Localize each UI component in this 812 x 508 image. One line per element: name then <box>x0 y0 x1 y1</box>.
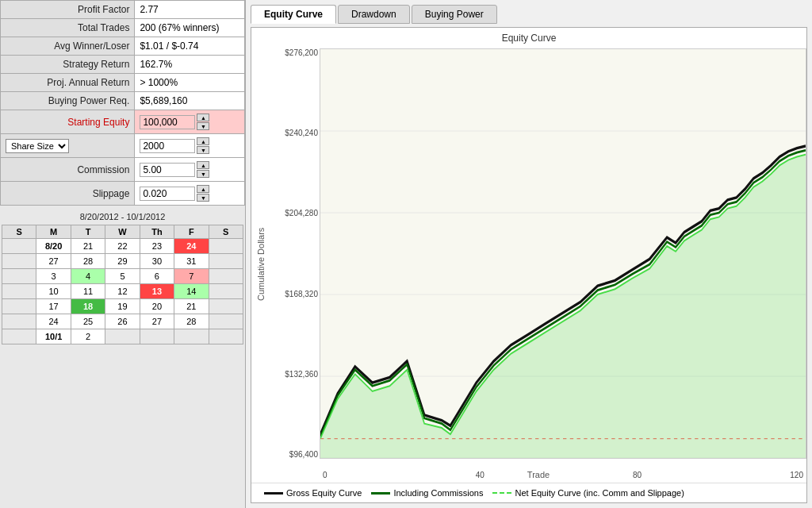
tab-buying[interactable]: Buying Power <box>412 5 497 24</box>
calendar-cell: 31 <box>174 254 209 269</box>
share-size-down[interactable]: ▼ <box>197 146 209 154</box>
calendar-cell: 21 <box>174 299 209 314</box>
calendar-cell <box>105 329 140 344</box>
legend-label: Including Commissions <box>393 488 483 498</box>
calendar-cell: 27 <box>140 314 174 329</box>
calendar-cell <box>209 299 243 314</box>
stat-label: Total Trades <box>1 19 135 37</box>
calendar-cell: 23 <box>140 239 174 254</box>
calendar-cell: 12 <box>105 284 140 299</box>
legend-line <box>492 492 511 494</box>
share-size-input[interactable] <box>140 139 195 153</box>
legend-item: Including Commissions <box>371 488 483 498</box>
calendar-cell: 24 <box>36 314 71 329</box>
calendar-cell <box>2 329 36 344</box>
y-label: $276,200 <box>270 48 318 57</box>
stat-value: > 1000% <box>135 74 245 92</box>
calendar-cell <box>2 299 36 314</box>
chart-area: Equity Curve Cumulative Dollars $276,200… <box>251 27 807 503</box>
commission-spinner[interactable]: ▲ ▼ <box>197 161 209 178</box>
share-size-spinner[interactable]: ▲ ▼ <box>197 137 209 154</box>
calendar-cell: 5 <box>105 269 140 284</box>
cal-header: M <box>36 225 71 239</box>
share-size-select[interactable]: Share Size <box>6 139 69 153</box>
calendar-row: 8/2021222324 <box>2 239 243 254</box>
stat-label: Avg Winner/Loser <box>1 37 135 56</box>
tab-drawdown[interactable]: Drawdown <box>338 5 410 24</box>
legend-label: Net Equity Curve (inc. Comm and Slippage… <box>515 488 684 498</box>
stat-value: $5,689,160 <box>135 92 245 110</box>
calendar-cell: 14 <box>174 284 209 299</box>
calendar-cell: 8/20 <box>36 239 71 254</box>
cal-header: S <box>2 225 36 239</box>
legend-item: Net Equity Curve (inc. Comm and Slippage… <box>492 488 684 498</box>
stats-row: Avg Winner/Loser$1.01 / $-0.74 <box>1 37 245 56</box>
share-size-up[interactable]: ▲ <box>197 137 209 145</box>
y-label: $96,400 <box>270 450 318 459</box>
starting-equity-label: Starting Equity <box>1 110 135 134</box>
calendar-cell: 10/1 <box>36 329 71 344</box>
calendar-row: 1011121314 <box>2 284 243 299</box>
calendar-cell: 20 <box>140 299 174 314</box>
stat-label: Proj. Annual Return <box>1 74 135 92</box>
slippage-spinner[interactable]: ▲ ▼ <box>197 185 209 202</box>
commission-input[interactable] <box>140 163 195 177</box>
slippage-down[interactable]: ▼ <box>197 194 209 202</box>
calendar-row: 2728293031 <box>2 254 243 269</box>
stat-value: 2.77 <box>135 1 245 19</box>
calendar-title: 8/20/2012 - 10/1/2012 <box>2 212 243 221</box>
legend: Gross Equity CurveIncluding CommissionsN… <box>251 483 806 502</box>
starting-equity-input[interactable] <box>140 115 195 129</box>
calendar-cell <box>209 329 243 344</box>
stats-row: Strategy Return162.7% <box>1 56 245 74</box>
stats-row: Profit Factor2.77 <box>1 1 245 19</box>
slippage-label: Slippage <box>1 182 135 206</box>
slippage-input[interactable] <box>140 187 195 201</box>
stats-row: Total Trades200 (67% winners) <box>1 19 245 37</box>
equity-curve-svg <box>320 49 806 458</box>
commission-down[interactable]: ▼ <box>197 170 209 178</box>
calendar-cell: 22 <box>105 239 140 254</box>
cal-header: T <box>71 225 105 239</box>
stat-value: 162.7% <box>135 56 245 74</box>
y-label: $168,320 <box>270 290 318 298</box>
starting-equity-down[interactable]: ▼ <box>197 122 209 130</box>
calendar-cell <box>2 314 36 329</box>
calendar-cell: 11 <box>71 284 105 299</box>
calendar-cell <box>2 239 36 254</box>
calendar-row: 10/12 <box>2 329 243 344</box>
calendar-cell <box>140 329 174 344</box>
share-size-cell: ▲ ▼ <box>135 134 245 158</box>
calendar-cell <box>209 284 243 299</box>
share-size-label: Share Size <box>1 134 135 158</box>
tab-equity[interactable]: Equity Curve <box>251 5 336 24</box>
calendar-cell: 13 <box>140 284 174 299</box>
calendar-cell: 26 <box>105 314 140 329</box>
calendar-cell: 25 <box>71 314 105 329</box>
stat-value: 200 (67% winners) <box>135 19 245 37</box>
slippage-up[interactable]: ▲ <box>197 185 209 193</box>
stats-row: Proj. Annual Return> 1000% <box>1 74 245 92</box>
calendar-cell: 28 <box>71 254 105 269</box>
stat-label: Profit Factor <box>1 1 135 19</box>
calendar-cell: 2 <box>71 329 105 344</box>
calendar-cell: 6 <box>140 269 174 284</box>
chart-inner: $276,200$240,240$204,280$168,320$132,360… <box>270 45 806 483</box>
stat-value: $1.01 / $-0.74 <box>135 37 245 56</box>
legend-label: Gross Equity Curve <box>286 488 362 498</box>
tabs-container: Equity CurveDrawdownBuying Power <box>251 5 807 24</box>
calendar-row: 34567 <box>2 269 243 284</box>
y-label: $204,280 <box>270 209 318 217</box>
starting-equity-up[interactable]: ▲ <box>197 114 209 121</box>
commission-up[interactable]: ▲ <box>197 161 209 169</box>
y-label: $240,240 <box>270 129 318 137</box>
calendar-cell: 3 <box>36 269 71 284</box>
calendar-cell: 4 <box>71 269 105 284</box>
calendar-cell <box>209 269 243 284</box>
calendar-cell: 19 <box>105 299 140 314</box>
calendar-cell: 17 <box>36 299 71 314</box>
cal-header: Th <box>140 225 174 239</box>
calendar-cell <box>2 284 36 299</box>
cal-header: F <box>174 225 209 239</box>
starting-equity-spinner[interactable]: ▲ ▼ <box>197 114 209 130</box>
